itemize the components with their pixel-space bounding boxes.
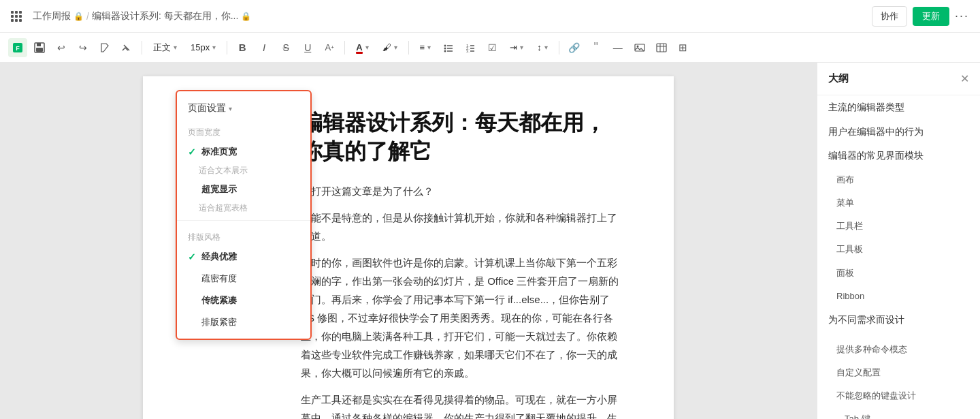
layout-compact-item[interactable]: ✓ 传统紧凑 [177,290,310,311]
toolbar-home-icon[interactable]: F [8,38,27,57]
toolbar-image-button[interactable] [630,38,649,57]
doc-page: 页面设置 ▾ 页面宽度 ✓ 标准页宽 适合文本展示 ✓ 超宽显示 适合超宽表格 … [143,76,674,419]
fontcolor-chevron-icon: ▾ [365,44,369,51]
section-layout-label: 排版风格 [177,225,310,246]
more-button[interactable]: ··· [955,9,969,23]
layout-dense-item[interactable]: ✓ 排版紧密 [177,311,310,333]
svg-rect-4 [36,48,43,52]
breadcrumb-sep: / [86,11,89,22]
toolbar-bold-button[interactable]: B [233,38,252,57]
doc-full-title[interactable]: 编辑器设计系列: 每天都在用，你... [92,10,238,22]
update-button[interactable]: 更新 [913,7,949,26]
page-width-standard-item[interactable]: ✓ 标准页宽 [177,141,310,163]
outline-item-10[interactable]: 自定义配置 [817,361,980,384]
toolbar-sep-4 [408,41,409,55]
toolbar-redo-icon[interactable]: ↪ [74,38,93,57]
toolbar-divider-button[interactable]: — [608,38,627,57]
toolbar-fontsize-select[interactable]: 15px ▾ [185,40,221,55]
outline-item-2[interactable]: 编辑器的常见界面模块 [817,144,980,168]
toolbar-clear-icon[interactable] [117,38,136,57]
check-icon-classic: ✓ [188,251,196,262]
outline-item-7[interactable]: 面板 [817,262,980,285]
outline-item-ribbon[interactable]: Ribbon [817,285,980,308]
toolbar-paintformat-icon[interactable] [95,38,114,57]
toolbar-task-button[interactable]: ☑ [483,38,502,57]
lineheight-chevron-icon: ▾ [544,44,548,51]
outline-item-5[interactable]: 工具栏 [817,215,980,238]
outline-spacer [817,332,980,338]
svg-point-19 [636,45,638,47]
outline-item-1[interactable]: 用户在编辑器中的行为 [817,120,980,144]
cooperate-button[interactable]: 协作 [872,6,907,27]
toolbar-highlight-button[interactable]: 🖌 ▾ [377,40,403,55]
doc-para-1: 可能不是特意的，但是从你接触计算机开始，你就和各种编辑器打上了交道。 [301,208,625,245]
app-grid-icon[interactable] [11,11,22,22]
page-width-wide-item[interactable]: ✓ 超宽显示 [177,179,310,200]
outline-item-9[interactable]: 提供多种命令模态 [817,338,980,361]
align-icon: ≡ [420,42,425,52]
toolbar-quote-button[interactable]: " [587,38,606,57]
fontcolor-a-icon: A [356,42,362,52]
layout-loose-item[interactable]: ✓ 疏密有度 [177,268,310,290]
classic-label: 经典优雅 [201,251,237,263]
fontsize-chevron-icon: ▾ [212,44,216,51]
svg-rect-3 [37,43,41,46]
toolbar-fontcolor-button[interactable]: A ▾ [350,40,374,55]
doc-area[interactable]: 页面设置 ▾ 页面宽度 ✓ 标准页宽 适合文本展示 ✓ 超宽显示 适合超宽表格 … [0,63,817,419]
outline-item-11[interactable]: 不能忽略的键盘设计 [817,384,980,407]
outline-item-8[interactable]: 为不同需求而设计 [817,308,980,332]
fontsize-label: 15px [191,42,210,52]
toolbar-save-icon[interactable] [30,38,49,57]
top-bar: 工作周报 🔒 / 编辑器设计系列: 每天都在用，你... 🔒 协作 更新 ··· [0,0,980,33]
top-bar-right: 协作 更新 ··· [872,6,969,27]
indent-icon: ⇥ [510,42,517,52]
outline-items: 主流的编辑器类型 用户在编辑器中的行为 编辑器的常见界面模块 画布 菜单 工具栏… [817,95,980,419]
toolbar-italic-button[interactable]: I [255,38,274,57]
toolbar-strikethrough-button[interactable]: S [276,38,295,57]
top-bar-left: 工作周报 🔒 / 编辑器设计系列: 每天都在用，你... 🔒 [11,10,251,22]
toolbar-format-select[interactable]: 正文 ▾ [148,39,182,57]
page-settings-dropdown: 页面设置 ▾ 页面宽度 ✓ 标准页宽 适合文本展示 ✓ 超宽显示 适合超宽表格 … [176,90,312,340]
standard-label: 标准页宽 [201,146,237,158]
outline-title: 大纲 [828,72,849,85]
svg-point-10 [444,50,446,52]
outline-item-6[interactable]: 工具板 [817,238,980,261]
outline-item-4[interactable]: 菜单 [817,191,980,215]
toolbar-undo-icon[interactable]: ↩ [52,38,71,57]
toolbar-superscript-button[interactable]: A+ [320,38,339,57]
page-settings-header[interactable]: 页面设置 ▾ [177,97,310,120]
toolbar-table-button[interactable] [652,38,671,57]
highlight-chevron-icon: ▾ [394,44,397,51]
outline-close-button[interactable]: ✕ [960,72,969,85]
outline-item-12[interactable]: Tab 键 [817,407,980,419]
compact-label: 传统紧凑 [201,294,237,307]
outline-item-3[interactable]: 画布 [817,168,980,191]
toolbar-align-button[interactable]: ≡ ▾ [414,40,437,55]
right-panel: 大纲 ✕ 主流的编辑器类型 用户在编辑器中的行为 编辑器的常见界面模块 画布 菜… [817,63,980,419]
indent-chevron-icon: ▾ [520,44,523,51]
main-layout: 页面设置 ▾ 页面宽度 ✓ 标准页宽 适合文本展示 ✓ 超宽显示 适合超宽表格 … [0,63,980,419]
outline-header: 大纲 ✕ [817,63,980,95]
doc-name[interactable]: 工作周报 [33,10,71,22]
check-icon-standard: ✓ [188,146,196,157]
wide-label: 超宽显示 [201,183,237,196]
toolbar-orderedlist-button[interactable]: 1.2.3. [461,38,480,57]
page-settings-chevron-icon: ▾ [229,105,232,112]
doc-para-q: 你打开这篇文章是为了什么？ [301,182,625,200]
lock-icon-2: 🔒 [241,12,251,21]
lineheight-icon: ↕ [537,42,542,52]
toolbar-link-button[interactable]: 🔗 [565,38,584,57]
format-label: 正文 [153,42,171,54]
toolbar-lineheight-button[interactable]: ↕ ▾ [532,40,553,55]
align-chevron-icon: ▾ [427,44,431,51]
outline-item-0[interactable]: 主流的编辑器类型 [817,95,980,120]
toolbar-unorderedlist-button[interactable] [439,38,458,57]
toolbar-columns-button[interactable]: ⊞ [674,38,693,57]
divider-1 [177,220,310,221]
toolbar-sep-3 [344,41,345,55]
layout-classic-item[interactable]: ✓ 经典优雅 [177,246,310,268]
toolbar-indent-button[interactable]: ⇥ ▾ [504,40,529,55]
toolbar-underline-button[interactable]: U [298,38,317,57]
highlight-icon: 🖌 [382,42,391,52]
toolbar-sep-2 [227,41,227,55]
